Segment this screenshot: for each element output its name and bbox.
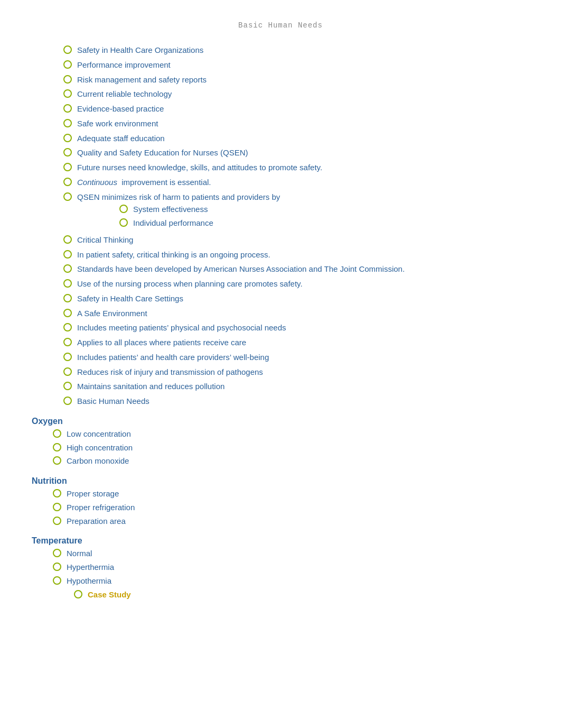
item-text: Safety in Health Care Organizations: [77, 44, 529, 56]
oxygen-list: Low concentration High concentration Car…: [32, 428, 529, 467]
list-item: Future nurses need knowledge, skills, an…: [63, 162, 529, 173]
bullet-icon: [63, 89, 72, 98]
bullet-icon: [63, 279, 72, 288]
oxygen-section: Oxygen Low concentration High concentrat…: [32, 417, 529, 467]
item-text: Individual performance: [133, 217, 213, 229]
list-item: Proper refrigeration: [53, 502, 529, 513]
item-text: Maintains sanitation and reduces polluti…: [77, 381, 529, 392]
bullet-icon: [63, 104, 72, 113]
bullet-icon: [53, 549, 61, 557]
temperature-header: Temperature: [32, 536, 529, 546]
list-item: Hyperthermia: [53, 561, 529, 573]
item-text: Includes patients’ and health care provi…: [77, 352, 529, 363]
nutrition-list: Proper storage Proper refrigeration Prep…: [32, 488, 529, 527]
list-item: Current reliable technology: [63, 88, 529, 100]
bullet-icon: [63, 397, 72, 405]
item-text: Standards have been developed by America…: [77, 263, 529, 275]
item-text: High concentration: [67, 442, 133, 454]
bullet-icon: [63, 75, 72, 84]
list-item: Adequate staff education: [63, 133, 529, 144]
bullet-icon: [63, 60, 72, 69]
bullet-icon: [63, 323, 72, 331]
bullet-icon: [63, 309, 72, 317]
bullet-icon: [63, 163, 72, 171]
item-text: Evidence-based practice: [77, 103, 529, 115]
item-text: Safety in Health Care Settings: [77, 293, 529, 305]
list-item: Critical Thinking: [63, 234, 529, 246]
nutrition-section: Nutrition Proper storage Proper refriger…: [32, 476, 529, 527]
bullet-icon: [63, 119, 72, 127]
case-study-text: Case Study: [88, 589, 131, 601]
item-text: A Safe Environment: [77, 308, 529, 319]
list-item: Reduces risk of injury and transmission …: [63, 366, 529, 378]
item-text: Future nurses need knowledge, skills, an…: [77, 162, 529, 173]
temperature-list: Normal Hyperthermia Hypothermia: [32, 548, 529, 586]
item-text: Applies to all places where patients rec…: [77, 337, 529, 348]
list-item: Evidence-based practice: [63, 103, 529, 115]
item-text: Hypothermia: [67, 575, 111, 587]
list-item: QSEN minimizes risk of harm to patients …: [63, 191, 529, 231]
bullet-icon: [53, 429, 61, 438]
main-list: Safety in Health Care Organizations Perf…: [32, 44, 529, 407]
italic-prefix: Continuous: [77, 178, 117, 187]
bullet-icon: [53, 456, 61, 465]
list-item: Hypothermia: [53, 575, 529, 587]
item-text: Basic Human Needs: [77, 395, 529, 407]
list-item: High concentration: [53, 442, 529, 454]
bullet-icon: [63, 178, 72, 186]
list-item: In patient safety, critical thinking is …: [63, 249, 529, 261]
item-text: In patient safety, critical thinking is …: [77, 249, 529, 261]
bullet-icon: [63, 134, 72, 142]
item-text: Proper refrigeration: [67, 502, 135, 513]
item-text: Includes meeting patients’ physical and …: [77, 322, 529, 334]
list-item: Proper storage: [53, 488, 529, 500]
bullet-icon: [63, 45, 72, 54]
list-item: System effectiveness: [119, 204, 529, 215]
item-text: QSEN minimizes risk of harm to patients …: [77, 191, 529, 231]
item-text: Continuous improvement is essential.: [77, 177, 529, 188]
list-item: Normal: [53, 548, 529, 559]
bullet-icon: [63, 235, 72, 244]
bullet-icon: [63, 148, 72, 156]
item-text: Quality and Safety Education for Nurses …: [77, 147, 529, 159]
bullet-icon: [53, 576, 61, 585]
item-text: Safe work environment: [77, 118, 529, 130]
list-item: Standards have been developed by America…: [63, 263, 529, 275]
list-item: Safe work environment: [63, 118, 529, 130]
list-item: Risk management and safety reports: [63, 74, 529, 86]
item-text: Low concentration: [67, 428, 131, 440]
list-item: A Safe Environment: [63, 308, 529, 319]
item-text: Proper storage: [67, 488, 119, 500]
oxygen-header: Oxygen: [32, 417, 529, 426]
item-text: Adequate staff education: [77, 133, 529, 144]
item-text: Reduces risk of injury and transmission …: [77, 366, 529, 378]
bullet-icon: [74, 590, 82, 598]
item-text: Use of the nursing process when planning…: [77, 278, 529, 290]
case-study-list: Case Study: [32, 589, 529, 601]
list-item: Use of the nursing process when planning…: [63, 278, 529, 290]
bullet-icon: [53, 517, 61, 525]
item-text: Normal: [67, 548, 92, 559]
list-item: Basic Human Needs: [63, 395, 529, 407]
item-text: Current reliable technology: [77, 88, 529, 100]
list-item: Low concentration: [53, 428, 529, 440]
item-text: Carbon monoxide: [67, 455, 129, 467]
list-item: Case Study: [74, 589, 529, 601]
list-item: Quality and Safety Education for Nurses …: [63, 147, 529, 159]
bullet-icon: [119, 218, 128, 227]
nutrition-header: Nutrition: [32, 476, 529, 486]
bullet-icon: [53, 443, 61, 451]
list-item: Safety in Health Care Settings: [63, 293, 529, 305]
bullet-icon: [63, 353, 72, 361]
bullet-icon: [63, 382, 72, 390]
list-item: Individual performance: [119, 217, 529, 229]
temperature-section: Temperature Normal Hyperthermia Hypother…: [32, 536, 529, 600]
bullet-icon: [53, 503, 61, 511]
page-title: Basic Human Needs: [32, 21, 529, 30]
bullet-icon: [63, 264, 72, 273]
bullet-icon: [63, 338, 72, 346]
sub-sub-list: System effectiveness Individual performa…: [77, 204, 529, 229]
list-item: Performance improvement: [63, 59, 529, 71]
list-item: Includes meeting patients’ physical and …: [63, 322, 529, 334]
bullet-icon: [63, 192, 72, 201]
